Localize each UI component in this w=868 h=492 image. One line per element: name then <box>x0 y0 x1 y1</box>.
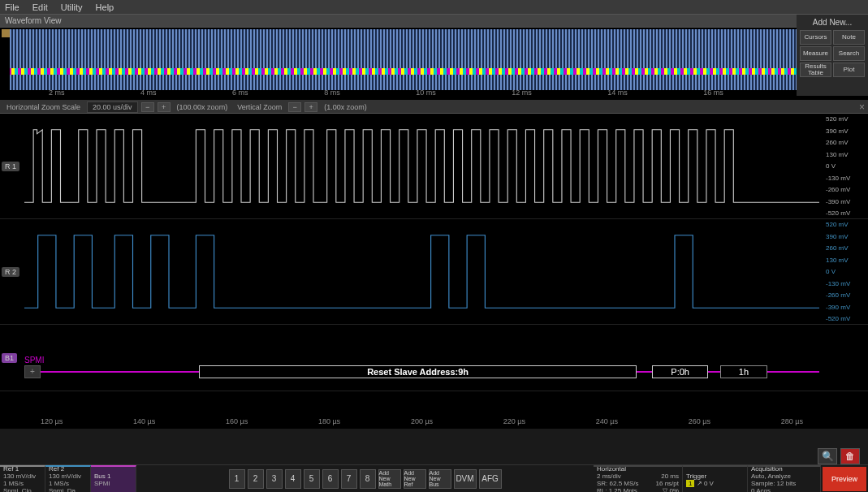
add-bus-button[interactable]: Add New Bus <box>429 469 451 489</box>
overview-tick: 16 ms <box>703 88 723 98</box>
menu-help[interactable]: Help <box>96 2 114 12</box>
horiz-pos: ▽ 0% <box>663 487 679 493</box>
acquisition-mode: Auto, Analyze <box>751 473 817 480</box>
menu-bar: File Edit Utility Help <box>0 0 868 15</box>
menu-file[interactable]: File <box>5 2 19 12</box>
horiz-rl: RL: 1.25 Mpts <box>597 487 637 493</box>
scale-tick: -260 mV <box>826 186 866 193</box>
bus-decode-field[interactable]: 1h <box>720 365 768 378</box>
ref2-rate: 1 MS/s <box>49 480 87 487</box>
time-tick: 280 µs <box>781 417 803 429</box>
menu-utility[interactable]: Utility <box>61 2 83 12</box>
trigger-status[interactable]: Trigger 1 ↗ 0 V <box>683 465 748 492</box>
overview-decode-band <box>10 68 852 75</box>
channel-r1-scale: 520 mV 390 mV 260 mV 130 mV 0 V -130 mV … <box>826 114 866 218</box>
overview-handle-icon[interactable] <box>2 29 10 37</box>
overview-timeline[interactable]: 2 ms 4 ms 6 ms 8 ms 10 ms 12 ms 14 ms 16… <box>0 28 868 101</box>
vert-zoom-out-button[interactable]: − <box>288 102 301 112</box>
scale-tick: -260 mV <box>826 291 866 299</box>
channel-6-button[interactable]: 6 <box>322 469 339 489</box>
overview-tick: 14 ms <box>607 88 628 98</box>
add-math-button[interactable]: Add New Math <box>378 469 401 489</box>
zoom-search-button[interactable]: 🔍 <box>818 448 837 464</box>
time-tick: 220 µs <box>503 417 525 429</box>
channel-5-button[interactable]: 5 <box>304 469 320 489</box>
scale-tick: 260 mV <box>826 244 866 252</box>
scale-tick: 390 mV <box>826 233 866 240</box>
scale-tick: 130 mV <box>826 257 866 264</box>
acquisition-status[interactable]: Acquisition Auto, Analyze Sample: 12 bit… <box>748 465 821 492</box>
horiz-zoom-in-button[interactable]: + <box>158 102 171 112</box>
close-zoom-bar-icon[interactable]: × <box>859 101 865 113</box>
scale-tick: -130 mV <box>826 280 866 287</box>
vert-zoom-in-button[interactable]: + <box>304 102 317 112</box>
channel-r1-badge[interactable]: R 1 <box>2 162 19 171</box>
zoom-control-bar: Horizontal Zoom Scale 20.00 us/div − + (… <box>0 101 868 114</box>
ref1-status[interactable]: Ref 1 130 mV/div 1 MS/s Spmi_Clo... <box>0 465 45 492</box>
plot-button[interactable]: Plot <box>833 63 865 77</box>
cursors-button[interactable]: Cursors <box>800 30 831 45</box>
trigger-source-badge: 1 <box>686 480 694 487</box>
channel-3-button[interactable]: 3 <box>266 469 283 489</box>
acquisition-sample: Sample: 12 bits <box>751 480 817 487</box>
scale-tick: -390 mV <box>826 198 866 205</box>
add-new-panel: Add New... Cursors Note Measure Search R… <box>797 15 868 96</box>
trigger-header: Trigger <box>686 473 744 480</box>
channel-bus1-badge[interactable]: B1 <box>2 353 17 363</box>
channel-1-button[interactable]: 1 <box>229 469 245 489</box>
acquisition-count: 0 Acqs <box>751 487 817 493</box>
add-new-title: Add New... <box>800 18 865 27</box>
menu-edit[interactable]: Edit <box>32 2 48 12</box>
time-tick: 160 µs <box>226 417 248 429</box>
search-button[interactable]: Search <box>833 46 865 61</box>
channel-4-button[interactable]: 4 <box>285 469 301 489</box>
channel-r2-scale: 520 mV 390 mV 260 mV 130 mV 0 V -130 mV … <box>826 219 866 324</box>
channel-8-button[interactable]: 8 <box>360 469 376 489</box>
time-tick: 240 µs <box>596 417 618 429</box>
channel-r2[interactable]: R 2 520 mV 390 mV 260 mV 130 mV 0 V -130… <box>0 219 868 325</box>
bus-decode-bar: + Reset Slave Address:9h P:0h 1h <box>24 367 819 377</box>
bus1-header: Bus 1 <box>94 473 132 480</box>
afg-button[interactable]: AFG <box>479 469 502 489</box>
bus-decode-frame[interactable]: Reset Slave Address:9h <box>199 365 636 378</box>
channel-r1-waveform <box>24 114 819 218</box>
horiz-span: 20 ms <box>661 473 679 480</box>
channel-r2-badge[interactable]: R 2 <box>2 267 19 277</box>
scale-tick: 520 mV <box>826 115 866 123</box>
channel-7-button[interactable]: 7 <box>341 469 357 489</box>
channel-2-button[interactable]: 2 <box>248 469 264 489</box>
overview-waveform <box>10 29 852 90</box>
waveform-time-axis: 120 µs 140 µs 160 µs 180 µs 200 µs 220 µ… <box>24 417 819 429</box>
results-table-button[interactable]: Results Table <box>800 63 831 77</box>
channel-r2-waveform <box>24 219 819 324</box>
bus1-status[interactable]: Bus 1 SPMI <box>91 465 136 492</box>
delete-button[interactable]: 🗑 <box>840 448 860 464</box>
horizontal-status[interactable]: Horizontal 2 ms/div20 ms SR: 62.5 MS/s16… <box>594 465 683 492</box>
channel-bus1[interactable]: B1 SPMI + Reset Slave Address:9h P:0h 1h <box>0 325 868 391</box>
dvm-button[interactable]: DVM <box>454 469 477 489</box>
waveform-display[interactable]: R 1 520 mV 390 mV 260 mV 130 mV 0 V -130… <box>0 114 868 429</box>
overview-time-ticks: 2 ms 4 ms 6 ms 8 ms 10 ms 12 ms 14 ms 16… <box>0 88 868 98</box>
ref2-status[interactable]: Ref 2 130 mV/div 1 MS/s Spmi_Da... <box>45 465 91 492</box>
ref2-header: Ref 2 <box>49 465 87 473</box>
horiz-zoom-out-button[interactable]: − <box>141 102 154 112</box>
horiz-zoom-factor: (100.00x zoom) <box>174 103 231 111</box>
waveform-view-tab[interactable]: Waveform View <box>0 15 868 28</box>
ref1-name: Spmi_Clo... <box>3 487 41 493</box>
scale-tick: 390 mV <box>826 127 866 135</box>
time-tick: 200 µs <box>411 417 433 429</box>
note-button[interactable]: Note <box>833 30 865 45</box>
bus1-protocol: SPMI <box>94 480 132 487</box>
scale-tick: 0 V <box>826 268 866 275</box>
preview-button[interactable]: Preview <box>823 467 866 491</box>
overview-tick: 10 ms <box>416 88 436 98</box>
add-ref-button[interactable]: Add New Ref <box>404 469 426 489</box>
scale-tick: -390 mV <box>826 304 866 311</box>
horiz-zoom-scale-value[interactable]: 20.00 us/div <box>87 101 138 113</box>
channel-r1[interactable]: R 1 520 mV 390 mV 260 mV 130 mV 0 V -130… <box>0 114 868 219</box>
overview-tick: 6 ms <box>232 88 248 98</box>
bus-decode-parity[interactable]: P:0h <box>652 365 708 378</box>
scale-tick: 0 V <box>826 162 866 170</box>
horiz-sr: SR: 62.5 MS/s <box>597 480 639 487</box>
measure-button[interactable]: Measure <box>800 46 831 61</box>
